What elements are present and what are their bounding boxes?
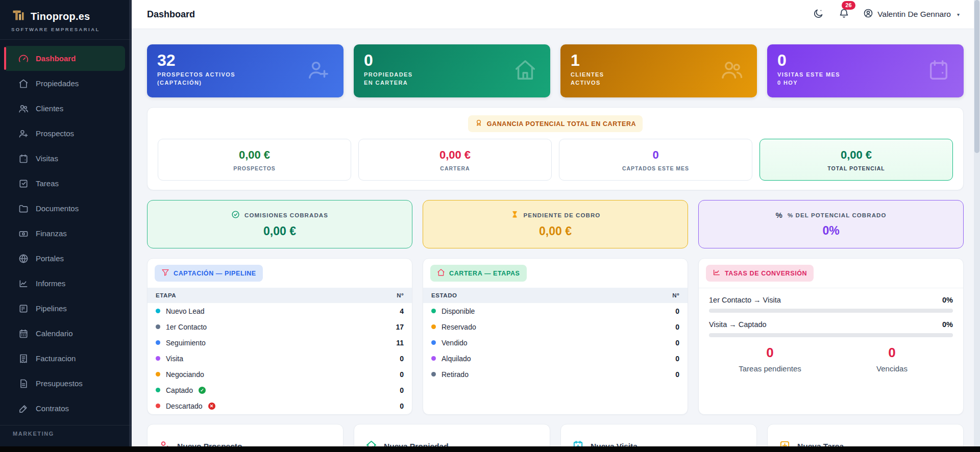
table-row: 1er Contacto 17	[148, 319, 412, 335]
stat-card-prospectos[interactable]: 32 PROSPECTOS ACTIVOS (CAPTACIÓN)	[147, 44, 344, 97]
stage-dot	[431, 340, 436, 345]
sidebar-item-label: Finanzas	[36, 229, 67, 238]
stage-dot	[431, 372, 436, 376]
table-row: Reservado 0	[423, 319, 688, 335]
house-icon	[513, 58, 537, 84]
brand-tagline: SOFTWARE EMPRESARIAL	[11, 27, 121, 32]
hourglass-icon	[510, 210, 519, 220]
stage-dot	[156, 372, 160, 376]
stat-card-propiedades[interactable]: 0 PROPIEDADES EN CARTERA	[354, 44, 550, 97]
table-row: Nuevo Lead 4	[148, 303, 412, 319]
potential-label: TOTAL POTENCIAL	[827, 165, 885, 171]
potential-value: 0,00 €	[439, 148, 471, 162]
folder-icon	[18, 204, 29, 214]
brand: Tinoprop.es SOFTWARE EMPRESARIAL	[0, 0, 132, 39]
chevron-down-icon: ▾	[957, 12, 960, 17]
sidebar-item-documentos[interactable]: Documentos	[0, 196, 132, 221]
sidebar-item-visitas[interactable]: Visitas	[0, 146, 132, 171]
bottom-window-edge	[0, 446, 980, 452]
sidebar-item-clientes[interactable]: Clientes	[0, 96, 132, 121]
cartera-etapas-panel: CARTERA — ETAPAS ESTADONº Disponible 0 R…	[423, 258, 688, 415]
sidebar-item-label: Documentos	[36, 204, 79, 213]
bell-icon	[839, 8, 849, 21]
potential-value: 0,00 €	[239, 148, 270, 162]
sidebar-item-presupuestos[interactable]: Presupuestos	[0, 371, 132, 396]
notifications-button[interactable]: 26	[838, 8, 850, 20]
sidebar-item-label: Presupuestos	[36, 379, 83, 388]
sidebar-item-portales[interactable]: Portales	[0, 246, 132, 271]
sidebar-item-propiedades[interactable]: Propiedades	[0, 71, 132, 96]
sidebar-item-label: Contratos	[36, 404, 69, 413]
pendiente-cobro-card: PENDIENTE DE COBRO 0,00 €	[423, 200, 688, 248]
page-scrollbar	[974, 0, 980, 452]
sidebar-item-label: Tareas	[36, 179, 59, 188]
banknote-icon	[18, 229, 29, 239]
calendar-days-icon	[18, 329, 29, 339]
table-row: Negociando 0	[148, 366, 412, 382]
sidebar: Tinoprop.es SOFTWARE EMPRESARIAL Dashboa…	[0, 0, 132, 452]
potential-badge: GANANCIA POTENCIAL TOTAL EN CARTERA	[468, 115, 643, 132]
pipeline-table-header: ETAPANº	[148, 288, 412, 303]
scrollbar-thumb[interactable]	[974, 0, 979, 153]
comisiones-cobradas-card: COMISIONES COBRADAS 0,00 €	[147, 200, 412, 248]
stat-card-clientes[interactable]: 1 CLIENTES ACTIVOS	[560, 44, 757, 97]
cross-badge-icon: ✕	[208, 403, 215, 410]
sidebar-item-finanzas[interactable]: Finanzas	[0, 221, 132, 246]
stage-dot	[156, 388, 160, 392]
sidebar-item-label: Visitas	[36, 154, 58, 163]
stage-dot	[431, 356, 436, 361]
table-row: Descartado✕ 0	[148, 398, 412, 414]
sidebar-item-facturacion[interactable]: Facturacion	[0, 346, 132, 371]
cartera-table-header: ESTADONº	[423, 288, 688, 303]
check-badge-icon: ✓	[199, 387, 206, 394]
calendar-icon	[18, 154, 29, 164]
potential-total: 0,00 € TOTAL POTENCIAL	[760, 139, 953, 181]
sidebar-item-tareas[interactable]: Tareas	[0, 171, 132, 196]
sidebar-item-label: Propiedades	[36, 79, 79, 88]
kanban-icon	[18, 304, 29, 314]
summary-value: 0%	[822, 224, 839, 238]
stage-dot	[156, 356, 160, 361]
sidebar-item-label: Informes	[36, 279, 65, 288]
table-row: Vendido 0	[423, 335, 688, 350]
sidebar-item-contratos[interactable]: Contratos	[0, 396, 132, 421]
stage-dot	[156, 324, 160, 329]
conversion-badge: TASAS DE CONVERSIÓN	[706, 265, 814, 282]
notification-badge: 26	[842, 1, 855, 10]
sidebar-item-label: Prospectos	[36, 129, 74, 138]
sidebar-item-prospectos[interactable]: Prospectos	[0, 121, 132, 146]
pipeline-badge: CAPTACIÓN — PIPELINE	[155, 265, 263, 282]
progress-bar	[709, 309, 953, 313]
sidebar-item-pipelines[interactable]: Pipelines	[0, 296, 132, 321]
brand-logo-icon	[11, 8, 26, 24]
potential-earnings-card: GANANCIA POTENCIAL TOTAL EN CARTERA 0,00…	[147, 107, 964, 190]
app-root: Tinoprop.es SOFTWARE EMPRESARIAL Dashboa…	[0, 0, 980, 452]
table-row: Retirado 0	[423, 366, 688, 382]
dark-mode-toggle[interactable]	[812, 8, 824, 20]
stage-dot	[156, 340, 160, 345]
calendar-icon	[927, 58, 950, 84]
sidebar-item-label: Calendario	[36, 329, 73, 338]
sidebar-item-informes[interactable]: Informes	[0, 271, 132, 296]
users-icon	[720, 58, 744, 84]
potential-value: 0,00 €	[841, 148, 872, 162]
table-row: Seguimiento 11	[148, 335, 412, 350]
sidebar-item-calendario[interactable]: Calendario	[0, 321, 132, 346]
tareas-pendientes-stat: 0 Tareas pendientes	[709, 345, 831, 373]
sidebar-menu: Dashboard Propiedades Clientes Prospecto…	[0, 40, 132, 421]
table-row: Visita 0	[148, 350, 412, 366]
summary-value: 0,00 €	[263, 224, 296, 238]
user-plus-icon	[307, 58, 330, 84]
conversion-rate-row: Visita → Captado 0%	[709, 320, 953, 329]
potential-cartera: 0,00 € CARTERA	[358, 139, 552, 181]
line-chart-icon	[713, 268, 721, 278]
sidebar-item-label: Pipelines	[36, 304, 67, 313]
gauge-icon	[18, 54, 29, 64]
sidebar-item-dashboard[interactable]: Dashboard	[0, 46, 132, 71]
user-menu[interactable]: Valentin De Gennaro ▾	[863, 8, 960, 20]
tables-row: CAPTACIÓN — PIPELINE ETAPANº Nuevo Lead …	[147, 258, 964, 415]
house-icon	[18, 79, 29, 89]
avatar-icon	[863, 8, 873, 20]
stat-card-visitas[interactable]: 0 VISITAS ESTE MES 0 HOY	[767, 44, 964, 97]
captacion-pipeline-panel: CAPTACIÓN — PIPELINE ETAPANº Nuevo Lead …	[147, 258, 412, 415]
